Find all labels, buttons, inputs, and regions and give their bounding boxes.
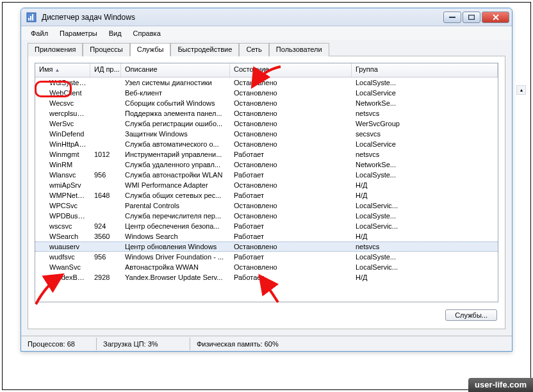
- table-row[interactable]: WecsvcСборщик событий WindowsОстановлено…: [35, 98, 498, 108]
- status-mem: Физическая память: 60%: [190, 338, 512, 350]
- table-row[interactable]: wercplsupportПоддержка элемента панел...…: [35, 108, 498, 118]
- maximize-button[interactable]: [463, 12, 480, 23]
- statusbar: Процессов: 68 Загрузка ЦП: 3% Физическая…: [21, 336, 512, 351]
- table-row[interactable]: WdiSystem...Узел системы диагностикиОста…: [35, 78, 498, 88]
- svg-rect-1: [28, 18, 29, 20]
- scroll-up-icon[interactable]: ▴: [516, 85, 526, 95]
- table-row[interactable]: WPCSvcParental ControlsОстановленоLocalS…: [35, 200, 498, 211]
- titlebar[interactable]: Диспетчер задач Windows: [21, 8, 512, 26]
- tab-users[interactable]: Пользователи: [269, 43, 329, 56]
- window-title: Диспетчер задач Windows: [39, 13, 443, 22]
- table-row[interactable]: WinDefendЗащитник WindowsОстановленоsecs…: [35, 129, 498, 139]
- col-pid[interactable]: ИД пр...: [90, 63, 121, 77]
- table-row[interactable]: Winmgmt1012Инструментарий управлени...Ра…: [35, 149, 498, 159]
- svg-rect-5: [469, 15, 475, 19]
- col-name[interactable]: Имя ▲: [35, 63, 90, 77]
- table-row[interactable]: WPDBusEnumСлужба перечислителя пер...Ост…: [35, 211, 498, 221]
- table-row[interactable]: Wlansvc956Служба автонастройки WLANРабот…: [35, 170, 498, 180]
- tab-panel-services: Имя ▲ ИД пр... Описание Состояние Группа…: [28, 56, 505, 329]
- services-listview[interactable]: Имя ▲ ИД пр... Описание Состояние Группа…: [35, 63, 498, 302]
- tab-services[interactable]: Службы: [130, 43, 171, 56]
- sort-asc-icon: ▲: [55, 67, 60, 73]
- table-row[interactable]: WinHttpAut...Служба автоматического о...…: [35, 139, 498, 149]
- services-button[interactable]: Службы...: [445, 309, 497, 321]
- listview-body[interactable]: WdiSystem...Узел системы диагностикиОста…: [35, 78, 498, 302]
- table-row[interactable]: wuauservЦентр обновления WindowsОстановл…: [35, 241, 498, 252]
- svg-rect-2: [30, 16, 31, 20]
- tab-apps[interactable]: Приложения: [28, 43, 83, 56]
- table-row[interactable]: wscsvc924Центр обеспечения безопа...Рабо…: [35, 221, 498, 231]
- col-group[interactable]: Группа: [352, 63, 498, 77]
- listview-header: Имя ▲ ИД пр... Описание Состояние Группа: [35, 63, 498, 78]
- tab-performance[interactable]: Быстродействие: [170, 43, 239, 56]
- close-button[interactable]: [482, 12, 509, 23]
- status-processes: Процессов: 68: [21, 338, 97, 350]
- col-desc[interactable]: Описание: [121, 63, 230, 77]
- menu-help[interactable]: Справка: [127, 28, 167, 38]
- menubar: Файл Параметры Вид Справка: [21, 26, 512, 40]
- menu-view[interactable]: Вид: [103, 28, 127, 38]
- table-row[interactable]: wmiApSrvWMI Performance AdapterОстановле…: [35, 180, 498, 190]
- menu-options[interactable]: Параметры: [54, 28, 103, 38]
- table-row[interactable]: WebClientВеб-клиентОстановленоLocalServi…: [35, 88, 498, 98]
- menu-file[interactable]: Файл: [25, 28, 54, 38]
- task-manager-window: Диспетчер задач Windows Файл Параметры В…: [20, 8, 512, 352]
- table-row[interactable]: WSearch3560Windows SearchРаботаетН/Д: [35, 231, 498, 241]
- table-row[interactable]: wudfsvc956Windows Driver Foundation - ..…: [35, 252, 498, 262]
- svg-rect-3: [32, 14, 33, 20]
- tab-processes[interactable]: Процессы: [83, 43, 129, 56]
- table-row[interactable]: WwanSvcАвтонастройка WWANОстановленоLoca…: [35, 262, 498, 272]
- tab-network[interactable]: Сеть: [239, 43, 268, 56]
- table-row[interactable]: WMPNetwo...1648Служба общих сетевых рес.…: [35, 190, 498, 200]
- table-row[interactable]: WerSvcСлужба регистрации ошибо...Останов…: [35, 118, 498, 129]
- watermark: user-life.com: [468, 378, 533, 392]
- svg-rect-4: [449, 17, 455, 18]
- taskmgr-icon: [26, 12, 37, 22]
- tabstrip: Приложения Процессы Службы Быстродействи…: [28, 42, 505, 56]
- table-row[interactable]: WinRMСлужба удаленного управл...Остановл…: [35, 159, 498, 170]
- minimize-button[interactable]: [443, 12, 461, 23]
- col-state[interactable]: Состояние: [230, 63, 352, 77]
- status-cpu: Загрузка ЦП: 3%: [97, 338, 190, 350]
- table-row[interactable]: YandexBro...2928Yandex.Browser Update Se…: [35, 272, 498, 282]
